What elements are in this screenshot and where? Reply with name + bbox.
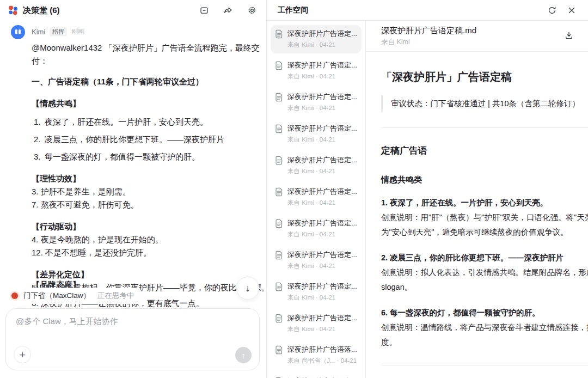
slogan-list: 1.夜深了，肝还在线。一片护肝，安心到天亮。2.凌晨三点，你的肝比你更想下班。—… [32,115,260,163]
file-item-info: 深夜护肝片广告语定...来自 Kimi · 04-21 [287,282,357,302]
file-item-info: 深夜护肝片广告语落...来自 尚书省（J... · 04-21 [287,345,357,365]
message-body: @Moonwalker1432 「深夜护肝片」广告语全流程跑完，最终交付： 一、… [32,41,260,294]
settings-icon[interactable] [247,5,258,16]
file-text-icon [275,345,283,365]
file-text-icon [275,92,283,112]
file-text-icon [275,313,283,333]
file-item-info: 深夜护肝片广告语定...来自 Kimi · 04-21 [287,155,357,175]
file-item-info: 深夜护肝片广告语定...来自 Kimi · 04-21 [287,92,357,112]
file-list-item[interactable]: 深夜护肝片广告语定...来自 Kimi · 04-21 [271,373,362,378]
file-text-icon [275,250,283,270]
file-item-meta: 来自 Kimi · 04-21 [287,262,357,270]
file-list-item[interactable]: 深夜护肝片广告语定...来自 Kimi · 04-21 [271,151,362,180]
workspace-header: 工作空间 [267,0,588,21]
file-list-item[interactable]: 深夜护肝片广告语定...来自 Kimi · 04-21 [271,246,362,275]
scroll-to-bottom-button[interactable]: ↓ [236,277,259,300]
doc-entry: 2. 凌晨三点，你的肝比你更想下班。——深夜护肝片创意说明：拟人化表达，引发情感… [381,251,588,295]
chat-message: Kimi 指挥 刚刚 @Moonwalker1432 「深夜护肝片」广告语全流程… [11,25,260,294]
file-item-meta: 来自 Kimi · 04-21 [287,294,357,302]
file-item-info: 深夜护肝片广告语定...来自 Kimi · 04-21 [287,250,357,270]
section-title: 【理性功效】 [32,172,260,185]
list-item: 1.夜深了，肝还在线。一片护肝，安心到天亮。 [32,115,260,129]
file-item-title: 深夜护肝片广告语定... [287,60,357,70]
file-viewer-header: 深夜护肝片广告语定稿.md 来自 Kimi [366,21,588,52]
message-section: 【理性功效】3. 护肝不是养生，是刚需。7. 熬夜不可避免，肝伤可免。 [32,172,260,211]
file-item-meta: 来自 Kimi · 04-21 [287,230,357,239]
download-icon[interactable] [564,31,574,42]
app-logo-icon [8,5,19,16]
file-item-title: 深夜护肝片广告语定... [287,92,357,102]
message-section: 【情感共鸣】1.夜深了，肝还在线。一片护肝，安心到天亮。2.凌晨三点，你的肝比你… [32,97,260,163]
doc-title: 「深夜护肝片」广告语定稿 [381,69,588,84]
message-section: 【行动驱动】4. 夜是今晚熬的，护是现在开始的。12. 不是不想睡，是还没护完肝… [32,220,260,259]
file-item-info: 深夜护肝片广告语定...来自 Kimi · 04-21 [287,29,357,49]
section-line: 3. 护肝不是养生，是刚需。 [32,185,260,198]
file-item-title: 深夜护肝片广告语定... [287,282,357,291]
file-item-info: 深夜护肝片广告语定...来自 Kimi · 04-21 [287,218,357,239]
arrow-down-icon: ↓ [246,283,250,294]
file-source: 来自 Kimi [381,38,476,47]
message-input[interactable]: @多个 Claw，马上开始协作 + ↑ [5,308,260,370]
input-placeholder: @多个 Claw，马上开始协作 [16,316,249,327]
file-list-item[interactable]: 深夜护肝片广告语定...来自 Kimi · 04-21 [271,88,362,117]
doc-note: 创意说明：用"肝"（熬夜）与"护肝"双关，口语化强。将"天亮还能肝"改为"安心到… [381,210,588,240]
list-text: 每一盏深夜的灯，都值得一颗被守护的肝。 [45,150,200,163]
file-item-meta: 来自 Kimi · 04-21 [287,41,357,49]
doc-slogan: 6. 每一盏深夜的灯，都值得一颗被守护的肝。 [381,306,588,320]
doc-entry: 6. 每一盏深夜的灯，都值得一颗被守护的肝。创意说明：温情路线，将产品与深夜奋斗… [381,306,588,350]
list-text: 夜深了，肝还在线。一片护肝，安心到天亮。 [45,115,208,129]
maxclaw-avatar [10,291,20,301]
file-list-item[interactable]: 深夜护肝片广告语定...来自 Kimi · 04-21 [271,183,362,211]
file-item-info: 深夜护肝片广告语定...来自 Kimi · 04-21 [287,313,357,333]
section-line: 7. 熬夜不可避免，肝伤可免。 [32,198,260,211]
message-intro: @Moonwalker1432 「深夜护肝片」广告语全流程跑完，最终交付： [32,41,265,68]
file-item-meta: 来自 Kimi · 04-21 [287,72,357,81]
divider [381,127,588,128]
file-item-title: 深夜护肝片广告语定... [287,155,357,165]
file-list-item[interactable]: 深夜护肝片广告语落...来自 尚书省（J... · 04-21 [271,341,362,369]
file-text-icon [275,29,283,49]
file-item-info: 深夜护肝片广告语定...来自 Kimi · 04-21 [287,124,357,144]
refresh-icon[interactable] [547,5,558,16]
file-item-meta: 来自 Kimi · 04-21 [287,199,357,207]
file-text-icon [275,60,283,81]
app-window: 决策堂 (6) Kimi 指挥 刚刚 [0,0,588,378]
file-list-item[interactable]: 深夜护肝片广告语定...来自 Kimi · 04-21 [271,215,362,243]
file-item-title: 深夜护肝片广告语定... [287,250,357,260]
workspace-panel: 工作空间 深夜护肝片广告语定...来自 Kimi · 04-21深夜护肝片广告语… [267,0,588,378]
list-number: 2. [32,133,45,146]
add-attachment-button[interactable]: + [14,346,31,363]
file-item-title: 深夜护肝片广告语定... [287,313,357,323]
file-name: 深夜护肝片广告语定稿.md [381,26,476,36]
typing-indicator: 门下省（MaxClaw） 正在思考中 [4,288,142,304]
close-icon[interactable] [566,5,577,16]
file-item-title: 深夜护肝片广告语定... [287,29,357,39]
file-list[interactable]: 深夜护肝片广告语定...来自 Kimi · 04-21深夜护肝片广告语定...来… [267,21,366,378]
chat-title: 决策堂 (6) [23,5,60,16]
section-title: 【行动驱动】 [32,220,260,233]
doc-note: 创意说明：拟人化表达，引发情感共鸣。结尾附品牌名，形成完整slogan。 [381,265,588,295]
file-list-item[interactable]: 深夜护肝片广告语定...来自 Kimi · 04-21 [271,25,362,53]
doc-section-heading: 定稿广告语 [381,143,588,158]
file-text-icon [275,155,283,175]
file-list-item[interactable]: 深夜护肝片广告语定...来自 Kimi · 04-21 [271,278,362,306]
file-viewer: 深夜护肝片广告语定稿.md 来自 Kimi 「深夜护肝片」广告语定稿 审议状态：… [366,21,588,378]
file-text-icon [275,218,283,239]
archive-icon[interactable] [199,5,210,16]
file-text-icon [275,187,283,207]
doc-groups: 情感共鸣类1. 夜深了，肝还在线。一片护肝，安心到天亮。创意说明：用"肝"（熬夜… [381,172,588,378]
file-list-item[interactable]: 深夜护肝片广告语定...来自 Kimi · 04-21 [271,309,362,338]
message-timestamp: 刚刚 [71,27,84,36]
file-item-meta: 来自 Kimi · 04-21 [287,104,357,112]
file-list-item[interactable]: 深夜护肝片广告语定...来自 Kimi · 04-21 [271,120,362,148]
kimi-avatar [11,25,25,39]
message-heading: 一、广告语定稿（11条，门下省两轮审议全过） [32,75,260,88]
file-item-title: 深夜护肝片广告语定... [287,218,357,228]
file-list-item[interactable]: 深夜护肝片广告语定...来自 Kimi · 04-21 [271,57,362,85]
document-content[interactable]: 「深夜护肝片」广告语定稿 审议状态：门下省核准通过 | 共10条（含第二轮修订）… [366,52,588,378]
file-item-title: 深夜护肝片广告语定... [287,124,357,133]
share-icon[interactable] [223,5,234,16]
list-number: 3. [32,150,45,163]
send-button[interactable]: ↑ [235,347,252,363]
arrow-up-icon: ↑ [241,351,246,360]
